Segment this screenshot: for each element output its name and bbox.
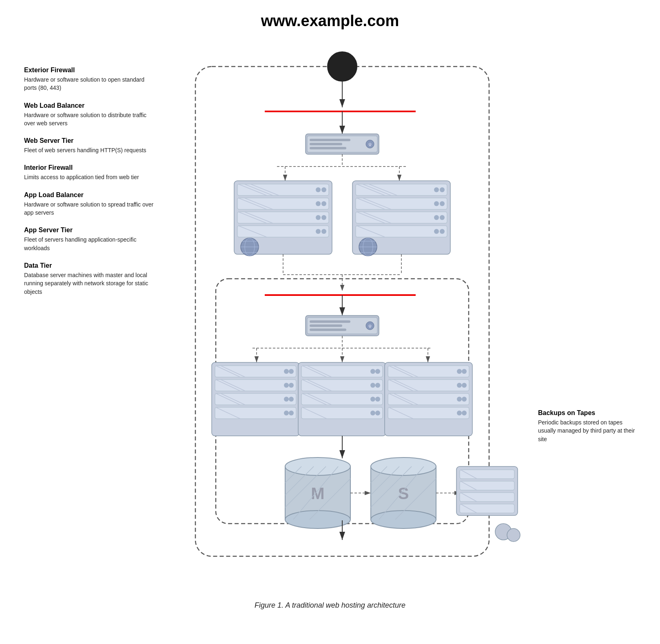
svg-point-108 xyxy=(284,411,289,415)
svg-point-32 xyxy=(321,187,326,192)
svg-rect-49 xyxy=(356,226,447,237)
svg-point-144 xyxy=(457,383,462,388)
svg-rect-173 xyxy=(460,481,514,490)
svg-point-4 xyxy=(328,52,357,81)
svg-point-123 xyxy=(375,383,380,388)
svg-point-145 xyxy=(462,397,467,402)
svg-rect-10 xyxy=(310,139,350,141)
svg-point-161 xyxy=(371,511,436,529)
svg-rect-175 xyxy=(460,504,514,513)
legend-title-web-server-tier: Web Server Tier xyxy=(24,137,155,144)
svg-point-143 xyxy=(462,383,467,388)
svg-rect-47 xyxy=(356,198,447,209)
legend-desc-data-tier: Database server machines with master and… xyxy=(24,271,155,296)
svg-point-64 xyxy=(440,229,445,234)
legend-item-web-server-tier: Web Server Tier Fleet of web servers han… xyxy=(24,137,155,154)
legend-desc-web-server-tier: Fleet of web servers handling HTTP(S) re… xyxy=(24,146,155,154)
svg-rect-79 xyxy=(310,320,350,323)
legend-item-exterior-firewall: Exterior Firewall Hardware or software s… xyxy=(24,67,155,92)
legend-title-backups-on-tapes: Backups on Tapes xyxy=(538,409,636,417)
legend-desc-app-load-balancer: Hardware or software solution to spread … xyxy=(24,200,155,217)
svg-point-61 xyxy=(434,201,439,206)
svg-point-65 xyxy=(434,229,439,234)
svg-point-58 xyxy=(440,187,445,192)
svg-point-59 xyxy=(434,187,439,192)
legend-item-data-tier: Data Tier Database server machines with … xyxy=(24,262,155,296)
svg-point-146 xyxy=(457,397,462,402)
svg-point-124 xyxy=(370,383,375,388)
svg-rect-80 xyxy=(310,324,342,327)
legend-left: Exterior Firewall Hardware or software s… xyxy=(24,42,163,306)
svg-point-105 xyxy=(289,397,294,402)
legend-item-interior-firewall: Interior Firewall Limits access to appli… xyxy=(24,164,155,181)
svg-point-63 xyxy=(434,215,439,220)
svg-text:M: M xyxy=(311,484,324,502)
legend-item-web-load-balancer: Web Load Balancer Hardware or software s… xyxy=(24,102,155,128)
svg-rect-48 xyxy=(356,212,447,223)
svg-point-35 xyxy=(316,201,321,206)
legend-item-app-server-tier: App Server Tier Fleet of servers handlin… xyxy=(24,227,155,252)
svg-point-127 xyxy=(375,411,380,415)
svg-point-104 xyxy=(284,383,289,388)
svg-rect-22 xyxy=(237,212,329,223)
svg-point-34 xyxy=(321,201,326,206)
svg-rect-11 xyxy=(310,143,342,145)
svg-point-142 xyxy=(457,369,462,374)
diagram-area: ψ xyxy=(163,42,530,593)
figure-caption: Figure 1. A traditional web hosting arch… xyxy=(255,601,405,610)
svg-point-141 xyxy=(462,369,467,374)
legend-item-backups-on-tapes: Backups on Tapes Periodic backups stored… xyxy=(538,409,636,443)
svg-point-36 xyxy=(321,215,326,220)
svg-rect-174 xyxy=(460,493,514,502)
page-title: www.example.com xyxy=(261,12,399,30)
svg-point-101 xyxy=(289,369,294,374)
svg-point-128 xyxy=(370,411,375,415)
svg-point-33 xyxy=(316,187,321,192)
svg-point-62 xyxy=(440,215,445,220)
svg-text:ψ: ψ xyxy=(368,324,371,328)
legend-title-data-tier: Data Tier xyxy=(24,262,155,269)
svg-point-148 xyxy=(457,411,462,415)
svg-rect-20 xyxy=(237,184,329,195)
svg-point-106 xyxy=(284,397,289,402)
svg-point-103 xyxy=(289,383,294,388)
svg-rect-23 xyxy=(237,226,329,237)
legend-desc-backups-on-tapes: Periodic backups stored on tapes usually… xyxy=(538,418,636,443)
svg-point-60 xyxy=(440,201,445,206)
svg-rect-46 xyxy=(356,184,447,195)
svg-text:ψ: ψ xyxy=(368,142,371,147)
legend-title-exterior-firewall: Exterior Firewall xyxy=(24,67,155,74)
svg-point-107 xyxy=(289,411,294,415)
legend-title-app-server-tier: App Server Tier xyxy=(24,227,155,234)
svg-point-122 xyxy=(370,369,375,374)
svg-point-125 xyxy=(375,397,380,402)
svg-point-147 xyxy=(462,411,467,415)
svg-point-39 xyxy=(316,229,321,234)
legend-desc-web-load-balancer: Hardware or software solution to distrib… xyxy=(24,111,155,128)
legend-desc-exterior-firewall: Hardware or software solution to open st… xyxy=(24,76,155,92)
legend-right: Backups on Tapes Periodic backups stored… xyxy=(530,42,636,453)
svg-point-152 xyxy=(285,511,350,529)
svg-point-38 xyxy=(321,229,326,234)
legend-desc-interior-firewall: Limits access to application tied from w… xyxy=(24,173,155,181)
svg-rect-81 xyxy=(310,329,346,331)
legend-title-web-load-balancer: Web Load Balancer xyxy=(24,102,155,109)
svg-point-102 xyxy=(284,369,289,374)
svg-point-121 xyxy=(375,369,380,374)
legend-desc-app-server-tier: Fleet of servers handling application-sp… xyxy=(24,235,155,252)
svg-rect-172 xyxy=(460,470,514,479)
svg-rect-12 xyxy=(310,147,346,149)
svg-point-126 xyxy=(370,397,375,402)
svg-point-181 xyxy=(507,529,520,542)
svg-rect-21 xyxy=(237,198,329,209)
legend-item-app-load-balancer: App Load Balancer Hardware or software s… xyxy=(24,191,155,217)
svg-text:S: S xyxy=(398,484,409,502)
legend-title-interior-firewall: Interior Firewall xyxy=(24,164,155,171)
svg-point-37 xyxy=(316,215,321,220)
legend-title-app-load-balancer: App Load Balancer xyxy=(24,191,155,199)
